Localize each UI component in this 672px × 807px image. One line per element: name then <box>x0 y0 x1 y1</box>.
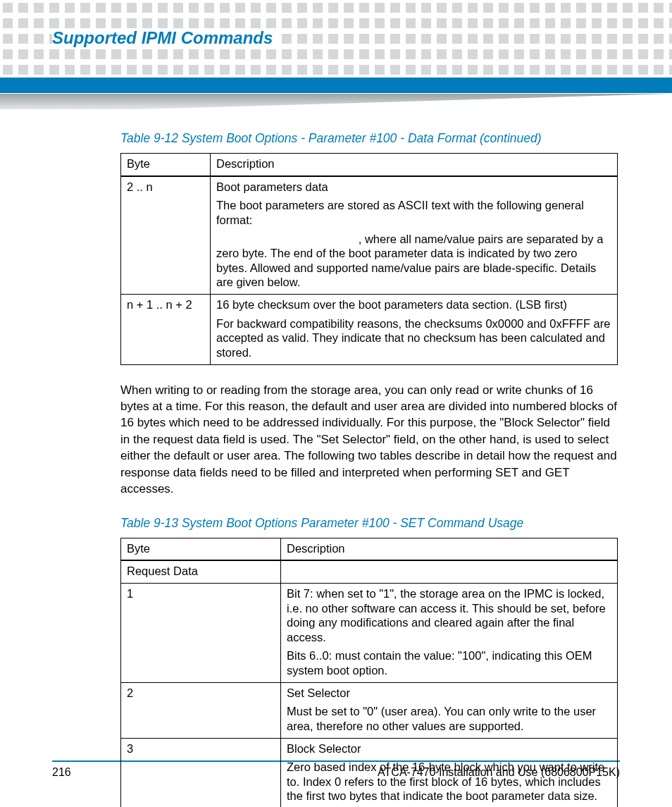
cell-text: Zero based index of the 16-byte block wh… <box>287 760 611 803</box>
cell-description: Block Selector Zero based index of the 1… <box>281 738 618 807</box>
table-row: 3 Block Selector Zero based index of the… <box>121 738 618 807</box>
cell-text: Bit 7: when set to "1", the storage area… <box>287 586 611 645</box>
col-byte-header: Byte <box>121 154 211 176</box>
cell-description: 16 byte checksum over the boot parameter… <box>211 295 618 365</box>
page-header-title: Supported IPMI Commands <box>52 28 280 48</box>
col-description-header: Description <box>211 154 618 176</box>
cell-text: Bits 6..0: must contain the value: "100"… <box>287 648 611 677</box>
header-grey-wedge <box>0 94 672 109</box>
cell-byte: 2 .. n <box>121 176 211 295</box>
cell-byte: n + 1 .. n + 2 <box>121 295 211 365</box>
cell-description: Set Selector Must be set to "0" (user ar… <box>281 682 618 738</box>
table-9-13-caption: Table 9-13 System Boot Options Parameter… <box>120 516 618 531</box>
cell-text: For backward compatibility reasons, the … <box>216 316 611 360</box>
table-row: 2 .. n Boot parameters data The boot par… <box>121 176 618 295</box>
table-row: n + 1 .. n + 2 16 byte checksum over the… <box>121 295 618 365</box>
cell-text: Boot parameters data <box>216 180 611 195</box>
col-byte-header: Byte <box>121 538 281 560</box>
cell-byte: Request Data <box>121 560 281 583</box>
table-9-12: Byte Description 2 .. n Boot parameters … <box>120 153 618 365</box>
cell-text: Must be set to "0" (user area). You can … <box>287 704 611 733</box>
cell-text: , where all name/value pairs are separat… <box>216 232 611 290</box>
table-row: 1 Bit 7: when set to "1", the storage ar… <box>121 583 618 682</box>
table-row: 2 Set Selector Must be set to "0" (user … <box>121 682 618 738</box>
cell-byte: 1 <box>121 583 281 682</box>
col-description-header: Description <box>281 538 618 560</box>
table-9-13: Byte Description Request Data 1 Bit 7: w… <box>120 538 618 807</box>
cell-byte: 3 <box>121 738 281 807</box>
cell-description: Bit 7: when set to "1", the storage area… <box>281 583 618 682</box>
cell-text: 16 byte checksum over the boot parameter… <box>216 297 611 312</box>
table-header-row: Byte Description <box>121 154 618 176</box>
cell-text: The boot parameters are stored as ASCII … <box>216 198 611 227</box>
header-blue-bar <box>0 78 672 93</box>
cell-byte: 2 <box>121 682 281 738</box>
page-number: 216 <box>52 766 71 779</box>
table-row: Request Data <box>121 560 618 583</box>
cell-description: Boot parameters data The boot parameters… <box>211 176 618 295</box>
table-9-12-caption: Table 9-12 System Boot Options - Paramet… <box>120 131 618 146</box>
table-header-row: Byte Description <box>121 538 618 560</box>
cell-text: Set Selector <box>287 686 611 701</box>
cell-description <box>281 560 618 583</box>
cell-text: Block Selector <box>287 741 611 756</box>
svg-marker-0 <box>0 94 672 109</box>
body-paragraph: When writing to or reading from the stor… <box>120 382 618 498</box>
